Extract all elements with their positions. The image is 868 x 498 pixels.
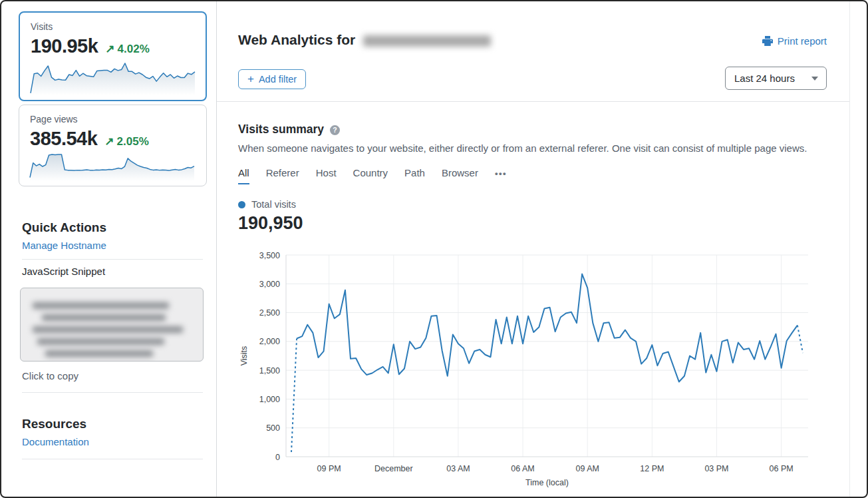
metric-card-pageviews[interactable]: Page views 385.54k ↗ 2.05% [19, 105, 207, 186]
svg-text:06 PM: 06 PM [770, 464, 794, 473]
javascript-snippet-box[interactable] [20, 288, 204, 362]
svg-text:06 AM: 06 AM [511, 464, 534, 473]
click-to-copy-hint: Click to copy [22, 370, 78, 381]
tab-browser[interactable]: Browser [442, 167, 478, 178]
page-title: Web Analytics for [238, 32, 491, 48]
more-tabs-button[interactable]: ••• [495, 168, 507, 178]
svg-text:Visits: Visits [239, 346, 249, 366]
svg-text:09 AM: 09 AM [575, 464, 599, 473]
svg-text:12 PM: 12 PM [640, 464, 664, 473]
svg-text:03 PM: 03 PM [704, 464, 728, 473]
print-report-button[interactable]: Print report [762, 35, 827, 47]
svg-text:Time (local): Time (local) [525, 478, 569, 487]
svg-text:3,500: 3,500 [259, 251, 280, 260]
svg-text:0: 0 [275, 453, 280, 462]
visits-summary-description: When someone navigates to your website, … [238, 142, 850, 154]
divider [22, 259, 203, 260]
legend-label: Total visits [251, 199, 296, 210]
tab-host[interactable]: Host [316, 167, 337, 178]
snippet-blur-line [45, 350, 153, 357]
svg-text:2,500: 2,500 [259, 308, 280, 318]
help-icon[interactable]: ? [330, 125, 340, 135]
legend-dot-icon [238, 201, 245, 208]
page-title-text: Web Analytics for [238, 32, 355, 48]
header-divider [217, 101, 849, 102]
total-visits-value: 190,950 [238, 213, 303, 234]
visits-delta-percent: 4.02% [118, 43, 150, 56]
pageviews-card-delta: ↗ 2.05% [104, 134, 148, 148]
divider [22, 459, 203, 459]
visits-sparkline-chart [29, 59, 196, 95]
add-filter-button[interactable]: + Add filter [238, 69, 306, 89]
svg-text:1,000: 1,000 [259, 395, 280, 404]
pageviews-delta-percent: 2.05% [117, 135, 149, 148]
pageviews-card-label: Page views [30, 114, 196, 124]
tab-referer[interactable]: Referer [266, 167, 299, 178]
summary-tabs: All Referer Host Country Path Browser ••… [238, 167, 507, 178]
snippet-blur-line [37, 338, 164, 345]
add-filter-label: Add filter [259, 74, 297, 85]
svg-text:1,500: 1,500 [259, 366, 280, 375]
pageviews-card-value: 385.54k [30, 128, 97, 150]
manage-hostname-link[interactable]: Manage Hostname [22, 240, 106, 251]
plus-icon: + [247, 73, 254, 85]
web-analytics-dashboard: Visits 190.95k ↗ 4.02% Page views 385.54… [0, 0, 868, 498]
svg-text:03 AM: 03 AM [446, 464, 470, 473]
sidebar-main-divider [216, 0, 217, 498]
pageviews-sparkline-chart [29, 150, 196, 181]
javascript-snippet-label: JavaScript Snippet [22, 266, 105, 277]
svg-text:December: December [374, 464, 413, 473]
visits-summary-title-text: Visits summary [238, 123, 324, 136]
panel-right-edge [849, 0, 850, 498]
snippet-blur-line [33, 302, 169, 309]
time-range-value: Last 24 hours [734, 73, 795, 84]
divider [22, 392, 203, 393]
print-report-label: Print report [778, 35, 827, 47]
svg-text:500: 500 [266, 423, 280, 433]
trend-up-icon: ↗ [104, 134, 114, 148]
chevron-down-icon [811, 77, 818, 81]
snippet-blur-line [33, 326, 183, 333]
metric-card-visits[interactable]: Visits 190.95k ↗ 4.02% [19, 11, 207, 101]
visits-card-delta: ↗ 4.02% [105, 42, 149, 56]
quick-actions-heading: Quick Actions [22, 220, 106, 235]
visits-card-label: Visits [31, 21, 195, 32]
documentation-link[interactable]: Documentation [22, 436, 89, 447]
resources-heading: Resources [22, 417, 86, 431]
printer-icon [762, 36, 773, 46]
svg-text:2,000: 2,000 [259, 337, 280, 346]
visits-chart-container: 09 PMDecember03 AM06 AM09 AM12 PM03 PM06… [238, 245, 827, 491]
svg-text:3,000: 3,000 [259, 280, 280, 289]
site-domain-redacted [363, 35, 491, 47]
visits-summary-heading: Visits summary ? [238, 123, 340, 136]
svg-text:09 PM: 09 PM [317, 464, 341, 473]
snippet-blur-line [42, 314, 166, 321]
tab-all[interactable]: All [238, 167, 249, 178]
chart-legend: Total visits [238, 199, 296, 210]
trend-up-icon: ↗ [105, 42, 114, 56]
tab-path[interactable]: Path [404, 167, 425, 178]
time-range-dropdown[interactable]: Last 24 hours [725, 67, 827, 90]
visits-card-value: 190.95k [31, 35, 98, 57]
tab-country[interactable]: Country [353, 167, 388, 178]
visits-chart: 09 PMDecember03 AM06 AM09 AM12 PM03 PM06… [238, 245, 827, 489]
